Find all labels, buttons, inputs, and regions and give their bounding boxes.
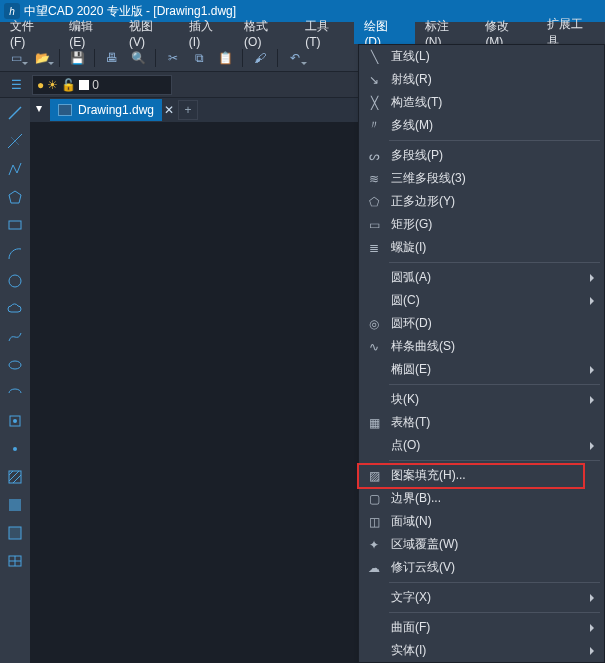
line-icon: ╲ [359,50,389,64]
menu-format[interactable]: 格式(O) [234,22,295,44]
menu-draw[interactable]: 绘图(D) [354,22,415,44]
menu-modify[interactable]: 修改(M) [475,22,537,44]
tool-spline[interactable] [4,326,26,348]
tab-caret-icon: ▾ [36,101,42,115]
circle-icon [7,273,23,289]
cloud-icon [7,301,23,317]
bulb-icon: ● [37,78,44,92]
spline-icon: ∿ [359,340,389,354]
menu-item-block[interactable]: 块(K) [359,388,604,411]
print-icon: 🖶 [106,51,118,65]
paste-button[interactable]: 📋 [213,47,237,69]
layer-combo[interactable]: ● ☀ 🔓 0 [32,75,172,95]
menu-view[interactable]: 视图(V) [119,22,179,44]
menu-item-circle[interactable]: 圆(C) [359,289,604,312]
draw-menu-dropdown: ╲直线(L) ↘射线(R) ╳构造线(T) 〃多线(M) ᔕ多段线(P) ≋三维… [358,44,605,663]
polygon-icon: ⬠ [359,195,389,209]
copy-button[interactable]: ⧉ [187,47,211,69]
menu-item-ray[interactable]: ↘射线(R) [359,68,604,91]
tab-label: Drawing1.dwg [78,103,154,117]
menu-item-surface[interactable]: 曲面(F) [359,616,604,639]
menu-item-region[interactable]: ◫面域(N) [359,510,604,533]
svg-line-12 [9,471,19,481]
layer-name: 0 [92,78,99,92]
svg-point-5 [9,275,21,287]
region-icon [7,525,23,541]
tool-arc[interactable] [4,242,26,264]
submenu-arrow-icon [590,366,598,374]
tool-xline[interactable] [4,130,26,152]
menu-item-mline[interactable]: 〃多线(M) [359,114,604,137]
cut-button[interactable]: ✂ [161,47,185,69]
tab-close-button[interactable]: ✕ [164,103,174,117]
paste-icon: 📋 [218,51,233,65]
tool-polygon[interactable] [4,186,26,208]
point-icon [7,441,23,457]
revcloud-icon: ☁ [359,561,389,575]
tool-table[interactable] [4,550,26,572]
pline-icon [7,161,23,177]
svg-rect-15 [9,527,21,539]
svg-point-9 [13,447,17,451]
pline3d-icon: ≋ [359,172,389,186]
menu-item-pline3d[interactable]: ≋三维多段线(3) [359,167,604,190]
menu-file[interactable]: 文件(F) [0,22,59,44]
tool-rect[interactable] [4,214,26,236]
preview-button[interactable]: 🔍 [126,47,150,69]
menu-item-table[interactable]: ▦表格(T) [359,411,604,434]
layer-manager-button[interactable]: ☰ [4,74,28,96]
donut-icon: ◎ [359,317,389,331]
spline-icon [7,329,23,345]
submenu-arrow-icon [590,274,598,282]
tool-ellipse-arc[interactable] [4,382,26,404]
tool-ellipse[interactable] [4,354,26,376]
menu-dimension[interactable]: 标注(N) [415,22,476,44]
new-icon: ▭ [11,51,22,65]
menu-item-boundary[interactable]: ▢边界(B)... [359,487,604,510]
tool-point[interactable] [4,438,26,460]
new-button[interactable]: ▭ [4,47,28,69]
menu-item-revcloud[interactable]: ☁修订云线(V) [359,556,604,579]
tab-add-button[interactable]: + [178,100,198,120]
menu-item-arc[interactable]: 圆弧(A) [359,266,604,289]
tool-pline[interactable] [4,158,26,180]
menu-item-helix[interactable]: ≣螺旋(I) [359,236,604,259]
tool-line[interactable] [4,102,26,124]
tool-revcloud[interactable] [4,298,26,320]
menu-item-donut[interactable]: ◎圆环(D) [359,312,604,335]
match-button[interactable]: 🖌 [248,47,272,69]
menu-item-line[interactable]: ╲直线(L) [359,45,604,68]
tool-circle[interactable] [4,270,26,292]
print-button[interactable]: 🖶 [100,47,124,69]
submenu-arrow-icon [590,594,598,602]
menu-item-text[interactable]: 文字(X) [359,586,604,609]
tool-hatch[interactable] [4,466,26,488]
menu-ext[interactable]: 扩展工具 [537,22,605,44]
svg-line-11 [9,471,13,475]
submenu-arrow-icon [590,442,598,450]
menu-tools[interactable]: 工具(T) [295,22,354,44]
menu-item-hatch[interactable]: ▨图案填充(H)... [359,464,604,487]
document-tab[interactable]: Drawing1.dwg [50,99,162,121]
svg-line-0 [9,107,21,119]
menu-edit[interactable]: 编辑(E) [59,22,119,44]
menu-item-point[interactable]: 点(O) [359,434,604,457]
menu-item-pline[interactable]: ᔕ多段线(P) [359,144,604,167]
menu-item-spline[interactable]: ∿样条曲线(S) [359,335,604,358]
menu-item-wipeout[interactable]: ✦区域覆盖(W) [359,533,604,556]
rect-icon: ▭ [359,218,389,232]
tool-region[interactable] [4,522,26,544]
menu-item-rect[interactable]: ▭矩形(G) [359,213,604,236]
undo-button[interactable]: ↶ [283,47,307,69]
open-button[interactable]: 📂 [30,47,54,69]
menu-item-solid[interactable]: 实体(I) [359,639,604,662]
menu-item-polygon[interactable]: ⬠正多边形(Y) [359,190,604,213]
menu-item-xline[interactable]: ╳构造线(T) [359,91,604,114]
tool-gradient[interactable] [4,494,26,516]
menu-bar: 文件(F) 编辑(E) 视图(V) 插入(I) 格式(O) 工具(T) 绘图(D… [0,22,605,44]
menu-insert[interactable]: 插入(I) [179,22,234,44]
tool-block[interactable] [4,410,26,432]
submenu-arrow-icon [590,297,598,305]
menu-item-ellipse[interactable]: 椭圆(E) [359,358,604,381]
save-button[interactable]: 💾 [65,47,89,69]
